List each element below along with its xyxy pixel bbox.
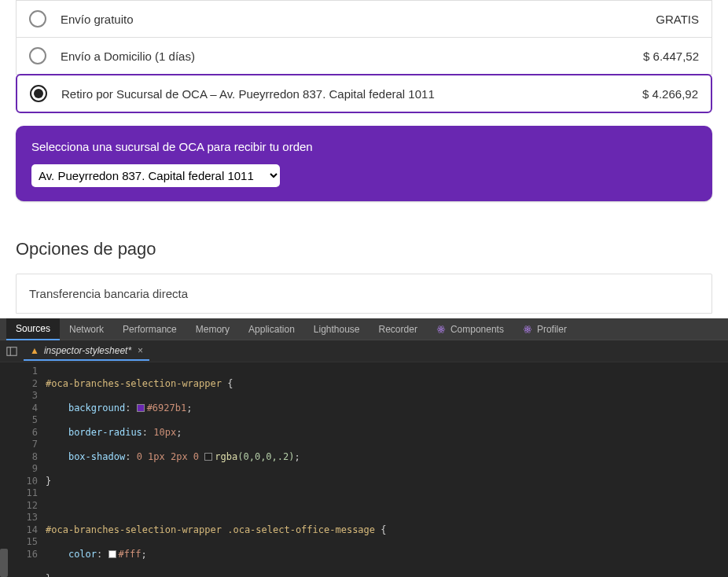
tab-memory[interactable]: Memory (186, 319, 239, 340)
devtools-tabs: Sources Network Performance Memory Appli… (0, 318, 728, 340)
color-swatch-icon[interactable] (204, 453, 212, 461)
devtools-panel: Sources Network Performance Memory Appli… (0, 318, 728, 577)
color-swatch-icon[interactable] (137, 404, 145, 412)
scrollbar-thumb[interactable] (0, 549, 8, 577)
payment-method-label: Transferencia bancaria directa (29, 287, 188, 300)
svg-point-0 (440, 329, 442, 330)
shipping-label: Retiro por Sucursal de OCA – Av. Pueyrre… (61, 87, 642, 101)
svg-point-4 (527, 329, 528, 330)
devtools-subbar: ▲ inspector-stylesheet* × (0, 340, 728, 362)
radio-icon[interactable] (29, 47, 46, 64)
shipping-option-free[interactable]: Envío gratuito GRATIS (16, 0, 712, 38)
shipping-label: Envío gratuito (61, 13, 656, 26)
tab-sources[interactable]: Sources (6, 318, 60, 340)
oca-branch-selector-panel: Selecciona una sucursal de OCA para reci… (16, 126, 712, 201)
code-editor[interactable]: 1 2 3 4 5 6 7 8 9 10 11 12 13 14 15 16 #… (0, 362, 728, 577)
shipping-price: $ 6.447,52 (643, 50, 699, 63)
tab-application[interactable]: Application (239, 319, 304, 340)
code-content[interactable]: #oca-branches-selection-wrapper { backgr… (46, 366, 728, 577)
shipping-price: $ 4.266,92 (642, 87, 698, 101)
payment-method-box[interactable]: Transferencia bancaria directa (16, 274, 712, 314)
tab-performance[interactable]: Performance (113, 319, 186, 340)
tab-profiler[interactable]: Profiler (513, 319, 576, 340)
react-icon (436, 325, 446, 334)
svg-rect-8 (7, 347, 17, 355)
payment-section-title: Opciones de pago (16, 239, 712, 259)
file-name: inspector-stylesheet* (44, 345, 131, 356)
react-icon (523, 325, 532, 334)
file-tab[interactable]: ▲ inspector-stylesheet* × (24, 342, 149, 361)
close-icon[interactable]: × (138, 345, 143, 356)
warning-icon: ▲ (30, 345, 39, 356)
shipping-price: GRATIS (656, 13, 699, 26)
radio-icon[interactable] (29, 10, 46, 28)
radio-icon[interactable] (30, 85, 47, 102)
oca-message: Selecciona una sucursal de OCA para reci… (31, 140, 697, 153)
color-swatch-icon[interactable] (108, 550, 116, 558)
line-gutter: 1 2 3 4 5 6 7 8 9 10 11 12 13 14 15 16 (0, 366, 46, 577)
tab-components[interactable]: Components (427, 319, 513, 340)
panel-toggle-icon[interactable] (3, 343, 20, 360)
shipping-option-home[interactable]: Envío a Domicilio (1 días) $ 6.447,52 (16, 38, 712, 75)
tab-network[interactable]: Network (60, 319, 113, 340)
shipping-label: Envío a Domicilio (1 días) (61, 50, 643, 63)
tab-lighthouse[interactable]: Lighthouse (304, 319, 370, 340)
shipping-option-oca[interactable]: Retiro por Sucursal de OCA – Av. Pueyrre… (16, 74, 712, 113)
tab-recorder[interactable]: Recorder (370, 319, 427, 340)
oca-branch-select[interactable]: Av. Pueyrredon 837. Capital federal 1011 (31, 164, 280, 187)
